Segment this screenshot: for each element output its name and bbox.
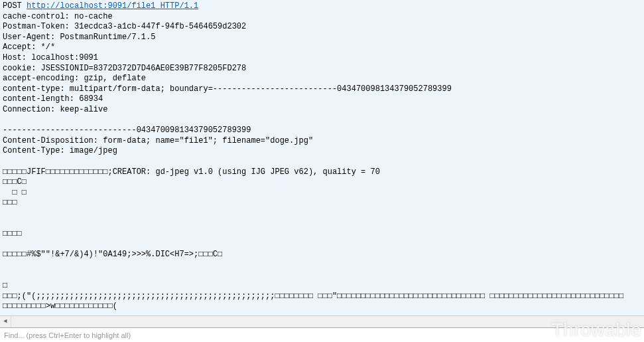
header-line: Connection: keep-alive [3, 105, 107, 114]
content-disposition: Content-Disposition: form-data; name="fi… [3, 136, 313, 145]
header-line: content-length: 68934 [3, 94, 103, 104]
binary-line: □ [3, 281, 7, 290]
header-line: accept-encoding: gzip, deflate [3, 74, 146, 83]
scroll-left-arrow-icon[interactable]: ◄ [0, 316, 11, 327]
binary-line: □□□;("(;;;;;;;;;;;;;;;;;;;;;;;;;;;;;;;;;… [3, 292, 623, 301]
header-line: content-type: multipart/form-data; bound… [3, 84, 452, 94]
header-line: Postman-Token: 31ecdca3-a1cb-447f-94fb-5… [3, 22, 246, 31]
binary-line: □□□ [3, 198, 17, 207]
binary-line: □□□□ [3, 229, 22, 238]
raw-request-view[interactable]: POST http://localhost:9091/file1 HTTP/1.… [0, 0, 644, 314]
request-url-link[interactable]: http://localhost:9091/file1 HTTP/1.1 [27, 1, 198, 11]
multipart-boundary: ----------------------------043470098134… [3, 126, 251, 135]
binary-line: □□□□□JFIF□□□□□□□□□□□□□;CREATOR: gd-jpeg … [3, 167, 380, 177]
header-line: Accept: */* [3, 43, 55, 52]
binary-line: □□□□ [3, 312, 22, 314]
find-bar [0, 327, 644, 342]
header-line: Host: localhost:9091 [3, 53, 98, 62]
horizontal-scrollbar[interactable]: ◄ [0, 315, 644, 327]
header-line: User-Agent: PostmanRuntime/7.1.5 [3, 33, 155, 42]
binary-line: □ □ [3, 188, 27, 197]
header-line: cache-control: no-cache [3, 12, 113, 21]
binary-line: □□□C□ [3, 177, 27, 187]
binary-line: □□□□□#%$""!&+7/&)4)!"0A149;>>>%.DIC<H7=>… [3, 250, 222, 259]
http-method: POST [3, 1, 22, 11]
scroll-track[interactable] [11, 316, 644, 327]
header-line: cookie: JSESSIONID=8372D372D7D46AE0E39B7… [3, 64, 246, 73]
find-input[interactable] [0, 328, 644, 342]
binary-line: □□□□□□□□□>w□□□□□□□□□□□□( [3, 301, 117, 311]
part-content-type: Content-Type: image/jpeg [3, 146, 117, 155]
